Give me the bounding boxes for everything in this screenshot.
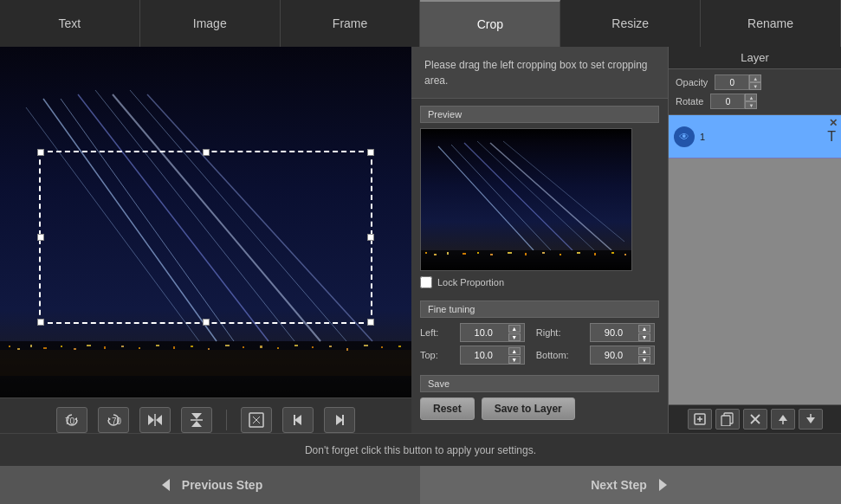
- svg-rect-23: [191, 346, 193, 347]
- prev-step-button[interactable]: Previous Step: [0, 466, 421, 504]
- left-up-arrow[interactable]: ▲: [508, 325, 521, 333]
- layer-type-text-icon: T: [827, 129, 836, 145]
- layer-move-down-button[interactable]: [799, 409, 823, 430]
- opacity-down-arrow[interactable]: ▼: [749, 82, 761, 90]
- svg-rect-10: [0, 350, 411, 376]
- flip-horizontal-button[interactable]: [139, 407, 171, 433]
- top-down-arrow[interactable]: ▼: [508, 356, 521, 364]
- opacity-up-arrow[interactable]: ▲: [749, 74, 761, 82]
- toolbar-separator: [226, 410, 227, 430]
- svg-rect-71: [577, 252, 580, 254]
- top-input[interactable]: ▲ ▼: [460, 346, 525, 365]
- svg-rect-34: [381, 346, 383, 348]
- svg-line-8: [147, 94, 372, 341]
- tab-resize[interactable]: Resize: [560, 0, 701, 47]
- svg-marker-82: [779, 415, 787, 421]
- svg-rect-69: [542, 252, 545, 254]
- fine-tuning-section: Fine tuning Left: ▲ ▼ Right: ▲ ▼: [411, 295, 668, 370]
- left-value[interactable]: [464, 327, 503, 338]
- right-value[interactable]: [594, 327, 633, 338]
- svg-marker-87: [659, 479, 667, 491]
- toolbar-row: 70 70: [0, 397, 411, 433]
- layer-delete-button[interactable]: [743, 409, 767, 430]
- canvas-area[interactable]: [0, 47, 411, 397]
- opacity-spin[interactable]: ▲ ▼: [715, 74, 761, 90]
- fit-button[interactable]: [241, 407, 272, 433]
- svg-line-4: [78, 94, 268, 341]
- svg-rect-73: [611, 252, 614, 254]
- svg-rect-29: [294, 345, 298, 346]
- svg-rect-22: [173, 346, 175, 349]
- layer-close-button[interactable]: ✕: [829, 117, 838, 129]
- left-input[interactable]: ▲ ▼: [460, 323, 525, 342]
- next-step-button[interactable]: Next Step: [421, 466, 841, 504]
- svg-marker-40: [148, 415, 154, 425]
- tab-bar: Text Image Frame Crop Resize Rename: [0, 0, 841, 47]
- rotate-up-arrow[interactable]: ▲: [745, 94, 757, 101]
- left-spin-arrows: ▲ ▼: [508, 325, 521, 341]
- tab-frame[interactable]: Frame: [281, 0, 421, 47]
- rotate-down-arrow[interactable]: ▼: [745, 101, 757, 109]
- main-area: 70 70: [0, 47, 841, 433]
- opacity-label: Opacity: [676, 77, 708, 87]
- svg-rect-66: [490, 254, 493, 255]
- instructions-text: Please drag the left cropping box to set…: [411, 47, 668, 99]
- svg-rect-63: [447, 252, 449, 255]
- skip-end-button[interactable]: [324, 407, 355, 433]
- rotate-ccw-button[interactable]: 70: [56, 407, 87, 433]
- save-header: Save: [420, 375, 659, 392]
- tab-text[interactable]: Text: [0, 0, 140, 47]
- svg-line-2: [43, 99, 217, 341]
- save-to-layer-button[interactable]: Save to Layer: [482, 397, 575, 420]
- svg-rect-11: [9, 346, 10, 347]
- nav-buttons: Previous Step Next Step: [0, 466, 841, 504]
- status-bar: Don't forget click this button to apply …: [0, 433, 841, 466]
- right-up-arrow[interactable]: ▲: [638, 325, 650, 333]
- skip-start-button[interactable]: [282, 407, 314, 433]
- prev-step-label: Previous Step: [182, 478, 262, 492]
- svg-marker-37: [74, 417, 77, 421]
- bottom-input[interactable]: ▲ ▼: [590, 346, 655, 365]
- bottom-label: Bottom:: [536, 350, 583, 360]
- right-down-arrow[interactable]: ▼: [638, 333, 650, 341]
- layer-panel-title: Layer: [669, 47, 841, 69]
- svg-marker-86: [162, 479, 170, 491]
- svg-rect-0: [0, 47, 411, 397]
- bottom-down-arrow[interactable]: ▼: [638, 356, 650, 364]
- rotate-cw-button[interactable]: 70: [98, 407, 129, 433]
- top-value[interactable]: [464, 350, 503, 360]
- layer-move-up-button[interactable]: [771, 409, 795, 430]
- tab-image[interactable]: Image: [140, 0, 281, 47]
- top-label: Top:: [420, 350, 453, 360]
- right-input[interactable]: ▲ ▼: [590, 323, 655, 342]
- svg-line-7: [130, 90, 346, 341]
- bottom-up-arrow[interactable]: ▲: [638, 347, 650, 355]
- svg-rect-19: [121, 346, 124, 347]
- svg-line-5: [95, 90, 294, 341]
- preview-section: Preview: [411, 99, 668, 295]
- left-down-arrow[interactable]: ▼: [508, 333, 521, 341]
- reset-button[interactable]: Reset: [420, 397, 475, 420]
- tab-crop[interactable]: Crop: [420, 0, 560, 47]
- flip-vertical-button[interactable]: [181, 407, 212, 433]
- svg-rect-79: [721, 416, 730, 426]
- top-up-arrow[interactable]: ▲: [508, 347, 521, 355]
- svg-rect-14: [43, 347, 47, 349]
- save-section: Save Reset Save to Layer: [411, 370, 668, 425]
- layer-item[interactable]: 👁 1 ✕ T: [669, 115, 841, 158]
- rotate-spin[interactable]: ▲ ▼: [710, 94, 757, 109]
- layer-copy-button[interactable]: [715, 409, 740, 430]
- layer-add-button[interactable]: [688, 409, 712, 430]
- layer-eye-icon[interactable]: 👁: [674, 126, 695, 147]
- layer-controls: Opacity ▲ ▼ Rotate ▲ ▼: [669, 69, 841, 115]
- svg-rect-62: [434, 254, 437, 255]
- lock-proportion-checkbox[interactable]: [420, 276, 432, 288]
- rotate-input[interactable]: [710, 94, 745, 109]
- svg-rect-30: [312, 346, 314, 348]
- svg-rect-13: [30, 345, 32, 347]
- opacity-input[interactable]: [715, 74, 749, 90]
- tab-rename[interactable]: Rename: [701, 0, 841, 47]
- bottom-value[interactable]: [594, 350, 633, 360]
- status-text: Don't forget click this button to apply …: [305, 444, 536, 456]
- left-label: Left:: [420, 327, 453, 338]
